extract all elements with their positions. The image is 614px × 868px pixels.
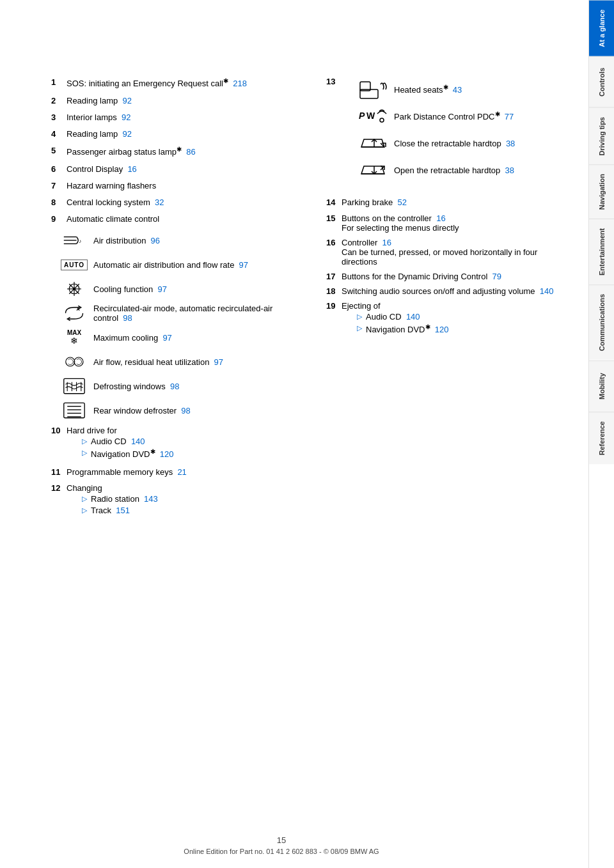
list-item-13: 13 bbox=[326, 77, 563, 192]
svg-text:P: P bbox=[359, 111, 365, 121]
tab-mobility[interactable]: Mobility bbox=[589, 360, 614, 412]
sidebar-tabs: At a glance Controls Driving tips Naviga… bbox=[588, 0, 614, 868]
icon-row-max: MAX ❄ Maximum cooling 97 bbox=[61, 327, 288, 348]
icon-row-recirc: A Recirculated-air mode, automatic recir… bbox=[61, 303, 288, 323]
icon-row-close-hardtop: Close the retractable hardtop 38 bbox=[357, 133, 563, 153]
cooling-icon bbox=[61, 279, 87, 299]
icon-row-airflow: Air flow, residual heat utilization 97 bbox=[61, 352, 288, 372]
list-item: 2 Reading lamp 92 bbox=[51, 95, 288, 107]
icon-row-pdc: P W Park Distance Control PDC✱ 77 bbox=[357, 106, 563, 127]
open-hardtop-icon bbox=[357, 160, 389, 180]
list-item-10: 10 Hard drive for ▷ Audio CD 140 ▷ bbox=[51, 426, 288, 461]
list-item: 9 Automatic climate control bbox=[51, 213, 288, 225]
icon-row-heated-seats: Heated seats✱ 43 bbox=[357, 79, 563, 100]
icon-row-defrost-rear: Rear window defroster 98 bbox=[61, 400, 288, 421]
main-content: 1 SOS: initiating an Emergency Request c… bbox=[0, 0, 588, 868]
list-item-16: 16 Controller 16 Can be turned, pressed,… bbox=[326, 238, 563, 267]
list-item-15: 15 Buttons on the controller 16 For sele… bbox=[326, 213, 563, 233]
tab-entertainment[interactable]: Entertainment bbox=[589, 219, 614, 284]
list-item: 6 Control Display 16 bbox=[51, 164, 288, 175]
defrost-front-icon bbox=[61, 376, 87, 396]
tab-communications[interactable]: Communications bbox=[589, 284, 614, 360]
icon-row-open-hardtop: Open the retractable hardtop 38 bbox=[357, 160, 563, 180]
svg-point-9 bbox=[73, 288, 76, 291]
list-item: 7 Hazard warning flashers bbox=[51, 180, 288, 192]
svg-text:A: A bbox=[77, 306, 80, 312]
list-item-18: 18 Switching audio sources on/off and ad… bbox=[326, 286, 563, 296]
list-item-19: 19 Ejecting of ▷ Audio CD 140 ▷ Navigati… bbox=[326, 301, 563, 336]
svg-point-27 bbox=[380, 118, 384, 122]
page-footer: 15 Online Edition for Part no. 01 41 2 6… bbox=[0, 835, 563, 855]
list-item-11: 11 Programmable memory keys 21 bbox=[51, 467, 288, 478]
icon-row-cooling: Cooling function 97 bbox=[61, 279, 288, 299]
defrost-rear-icon bbox=[61, 400, 87, 421]
list-item-12: 12 Changing ▷ Radio station 143 ▷ bbox=[51, 483, 288, 517]
list-item-17: 17 Buttons for the Dynamic Driving Contr… bbox=[326, 272, 563, 281]
list-item: 1 SOS: initiating an Emergency Request c… bbox=[51, 77, 288, 90]
right-column: 13 bbox=[313, 77, 563, 522]
list-item-14: 14 Parking brake 52 bbox=[326, 197, 563, 208]
footer-text: Online Edition for Part no. 01 41 2 602 … bbox=[184, 848, 379, 855]
max-cooling-icon: MAX ❄ bbox=[61, 327, 87, 348]
icon-row-auto: AUTO Automatic air distribution and flow… bbox=[61, 254, 288, 275]
list-item: 8 Central locking system 32 bbox=[51, 197, 288, 208]
list-item: 5 Passenger airbag status lamp✱ 86 bbox=[51, 145, 288, 159]
svg-rect-18 bbox=[64, 403, 84, 418]
pdc-icon: P W bbox=[357, 106, 389, 127]
climate-icons: ♪ Air distribution 96 AUTO Automatic air… bbox=[56, 230, 288, 421]
svg-text:W: W bbox=[366, 111, 375, 121]
airflow-icon bbox=[61, 352, 87, 372]
tab-navigation[interactable]: Navigation bbox=[589, 164, 614, 219]
air-distribution-icon: ♪ bbox=[61, 230, 87, 251]
recirc-icon: A bbox=[61, 303, 87, 323]
auto-icon: AUTO bbox=[61, 254, 87, 275]
left-column: 1 SOS: initiating an Emergency Request c… bbox=[51, 77, 288, 522]
list-item: 4 Reading lamp 92 bbox=[51, 128, 288, 140]
tab-reference[interactable]: Reference bbox=[589, 412, 614, 464]
icon-row-defrost-front: Defrosting windows 98 bbox=[61, 376, 288, 396]
close-hardtop-icon bbox=[357, 133, 389, 153]
list-item: 3 Interior lamps 92 bbox=[51, 112, 288, 123]
tab-controls[interactable]: Controls bbox=[589, 56, 614, 107]
tab-driving-tips[interactable]: Driving tips bbox=[589, 107, 614, 165]
heated-seats-icon bbox=[357, 79, 389, 100]
svg-text:♪: ♪ bbox=[79, 238, 81, 244]
icon-row-air-dist: ♪ Air distribution 96 bbox=[61, 230, 288, 251]
page-number: 15 bbox=[0, 835, 563, 845]
tab-at-a-glance[interactable]: At a glance bbox=[589, 0, 614, 56]
